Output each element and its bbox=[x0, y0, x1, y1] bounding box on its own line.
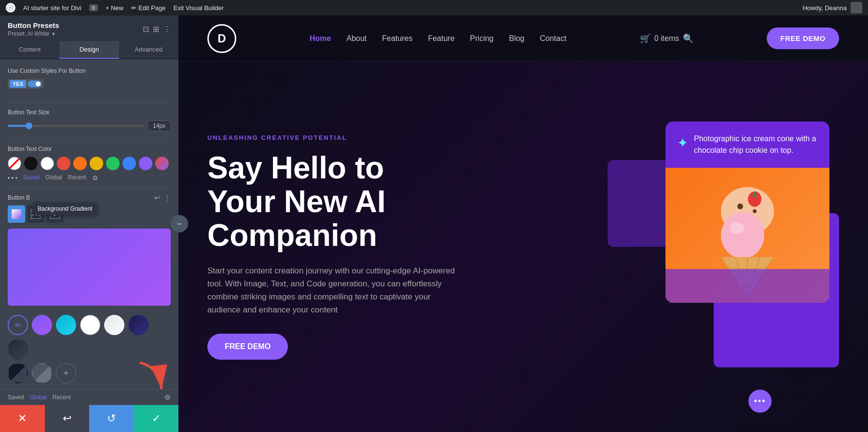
slider-value[interactable]: 14px bbox=[148, 121, 171, 131]
section-divider-1 bbox=[8, 102, 171, 103]
color-white-swatch[interactable] bbox=[41, 157, 54, 170]
gradient-preview[interactable] bbox=[8, 229, 171, 306]
preset-selector[interactable]: Preset: AI White ▼ bbox=[8, 30, 59, 37]
text-size-slider-row: 14px bbox=[8, 121, 171, 131]
undo-bg-icon[interactable]: ↩ bbox=[154, 194, 160, 202]
panel-tabs: Content Design Advanced bbox=[0, 41, 178, 59]
cancel-button[interactable]: ✕ bbox=[0, 405, 45, 432]
slider-thumb[interactable] bbox=[26, 122, 32, 129]
bg-type-gradient[interactable] bbox=[8, 205, 25, 223]
tab-advanced[interactable]: Advanced bbox=[119, 41, 178, 59]
preset-swatch-teal[interactable] bbox=[56, 315, 76, 335]
bottom-tab-recent[interactable]: Recent bbox=[53, 394, 71, 401]
preset-swatch-lightgray[interactable] bbox=[104, 315, 124, 335]
minimize-icon[interactable]: ⊡ bbox=[143, 25, 149, 34]
main-layout: Button Presets Preset: AI White ▼ ⊡ ⊞ ⋮ … bbox=[0, 15, 868, 432]
preset-swatch-add[interactable]: + bbox=[56, 363, 76, 383]
color-swatches-row bbox=[8, 157, 171, 170]
preset-pencil-swatch[interactable]: ✏ bbox=[8, 315, 28, 335]
bottom-action-bar: ✕ ↩ ↺ ✓ bbox=[0, 405, 178, 432]
color-purple-swatch[interactable] bbox=[139, 157, 152, 170]
panel-toggle-arrow[interactable]: ↔ bbox=[171, 215, 188, 232]
color-orange-swatch[interactable] bbox=[73, 157, 87, 170]
hero-cta-button[interactable]: FREE DEMO bbox=[207, 334, 288, 360]
exit-vb-link[interactable]: Exit Visual Builder bbox=[173, 4, 224, 12]
preset-label-text: Preset: AI White bbox=[8, 30, 49, 37]
preset-swatch-dark2[interactable] bbox=[8, 363, 28, 383]
search-icon[interactable]: 🔍 bbox=[683, 33, 693, 44]
split-icon[interactable]: ⊞ bbox=[153, 25, 159, 34]
preset-swatch-gray2[interactable] bbox=[32, 363, 52, 383]
edit-page-link[interactable]: ✏ Edit Page bbox=[131, 4, 165, 12]
hero-title-line1: Say Hello to bbox=[207, 150, 384, 185]
hero-title-line2: Your New AI bbox=[207, 184, 386, 219]
preset-swatch-white[interactable] bbox=[80, 315, 100, 335]
site-nav-links: Home About Features Feature Pricing Blog… bbox=[310, 34, 567, 43]
tab-content[interactable]: Content bbox=[0, 41, 59, 59]
more-options-icon[interactable]: ⋮ bbox=[163, 25, 171, 34]
color-tab-saved[interactable]: Saved bbox=[23, 174, 40, 182]
bottom-tab-saved[interactable]: Saved bbox=[8, 394, 24, 401]
bottom-tab-global[interactable]: Global bbox=[30, 394, 47, 401]
more-dots-icon: ••• bbox=[754, 396, 766, 406]
color-gradient-swatch[interactable] bbox=[155, 157, 169, 170]
color-tabs-row: Saved Global Recent ⚙ bbox=[8, 174, 171, 182]
nav-pricing[interactable]: Pricing bbox=[470, 34, 494, 43]
preset-swatch-dark[interactable] bbox=[8, 339, 28, 359]
panel-title: Button Presets bbox=[8, 21, 59, 29]
purple-overlay-card bbox=[665, 269, 829, 303]
new-content-link[interactable]: + New bbox=[106, 4, 123, 12]
site-name-link[interactable]: AI starter site for Divi bbox=[23, 4, 81, 12]
color-tab-global[interactable]: Global bbox=[45, 174, 62, 182]
nav-about[interactable]: About bbox=[346, 34, 366, 43]
free-demo-nav-button[interactable]: FREE DEMO bbox=[767, 27, 839, 49]
color-transparent-swatch[interactable] bbox=[8, 157, 21, 170]
svg-rect-2 bbox=[12, 209, 21, 219]
more-bg-icon[interactable]: ⋮ bbox=[164, 194, 171, 202]
text-size-slider[interactable] bbox=[8, 125, 144, 127]
button-bg-label: Button B Background Gradient ↩ ⋮ bbox=[8, 194, 171, 202]
color-blue-swatch[interactable] bbox=[122, 157, 136, 170]
button-bg-label-text: Button B bbox=[8, 194, 30, 201]
custom-styles-label: Use Custom Styles For Button bbox=[8, 67, 171, 75]
preset-swatch-purple[interactable] bbox=[32, 315, 52, 335]
hero-left: UNLEASHING CREATIVE POTENTIAL Say Hello … bbox=[207, 134, 608, 360]
user-greeting: Howdy, Deanna bbox=[802, 4, 847, 12]
color-yellow-swatch[interactable] bbox=[90, 157, 103, 170]
confirm-button[interactable]: ✓ bbox=[134, 405, 179, 432]
undo-button[interactable]: ↩ bbox=[45, 405, 90, 432]
nav-feature[interactable]: Feature bbox=[428, 34, 454, 43]
panel-header-info: Button Presets Preset: AI White ▼ bbox=[8, 21, 59, 37]
color-settings-icon[interactable]: ⚙ bbox=[92, 174, 98, 182]
svg-text:W: W bbox=[9, 5, 13, 10]
dot-3 bbox=[15, 177, 17, 179]
toggle-yes-label: YES bbox=[10, 80, 26, 88]
redo-button[interactable]: ↺ bbox=[89, 405, 134, 432]
button-text-color-label: Button Text Color bbox=[8, 145, 171, 153]
more-options-button[interactable]: ••• bbox=[748, 390, 772, 413]
wp-logo-icon[interactable]: W bbox=[6, 3, 15, 13]
nav-contact[interactable]: Contact bbox=[540, 34, 567, 43]
svg-point-8 bbox=[737, 203, 743, 209]
sparkle-icon: ✦ bbox=[677, 135, 688, 151]
nav-home[interactable]: Home bbox=[310, 34, 331, 43]
cart-icon[interactable]: 🛒 bbox=[640, 33, 651, 44]
custom-styles-toggle[interactable]: YES bbox=[8, 79, 43, 89]
toggle-handle bbox=[28, 81, 41, 87]
comments-count[interactable]: 0 bbox=[89, 4, 98, 11]
cancel-icon: ✕ bbox=[18, 412, 27, 425]
nav-blog[interactable]: Blog bbox=[509, 34, 524, 43]
arrow-left-icon: ↔ bbox=[176, 220, 183, 228]
site-nav: D Home About Features Feature Pricing Bl… bbox=[178, 15, 868, 62]
wp-admin-bar: W AI starter site for Divi 0 + New ✏ Edi… bbox=[0, 0, 868, 15]
tab-design[interactable]: Design bbox=[59, 41, 119, 59]
section-divider-3 bbox=[8, 188, 171, 188]
color-red-swatch[interactable] bbox=[57, 157, 70, 170]
nav-features[interactable]: Features bbox=[382, 34, 412, 43]
color-tab-recent[interactable]: Recent bbox=[68, 174, 86, 182]
color-black-swatch[interactable] bbox=[24, 157, 38, 170]
preset-swatch-darkpurple[interactable] bbox=[128, 315, 149, 335]
color-green-swatch[interactable] bbox=[106, 157, 120, 170]
undo-icon: ↩ bbox=[63, 412, 71, 425]
hero-title: Say Hello to Your New AI Companion bbox=[207, 151, 608, 253]
